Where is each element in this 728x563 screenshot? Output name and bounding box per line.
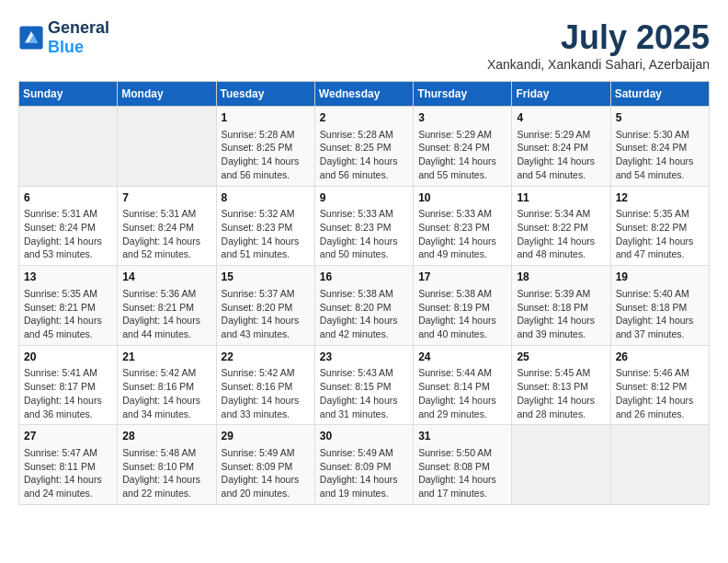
cell-details: Sunrise: 5:43 AMSunset: 8:15 PMDaylight:… — [320, 366, 408, 420]
sunrise-label: Sunrise: 5:40 AM — [616, 288, 689, 299]
sunset-label: Sunset: 8:18 PM — [616, 302, 688, 313]
daylight-label: Daylight: 14 hoursand 31 minutes. — [320, 395, 398, 419]
day-number: 4 — [517, 110, 605, 126]
day-number: 26 — [616, 350, 704, 365]
sunset-label: Sunset: 8:21 PM — [122, 302, 194, 313]
day-number: 14 — [122, 270, 210, 285]
sunrise-label: Sunrise: 5:33 AM — [418, 208, 492, 219]
day-number: 16 — [320, 270, 408, 285]
cell-details: Sunrise: 5:49 AMSunset: 8:09 PMDaylight:… — [320, 446, 408, 500]
sunset-label: Sunset: 8:24 PM — [418, 142, 490, 153]
cell-details: Sunrise: 5:31 AMSunset: 8:24 PMDaylight:… — [24, 207, 112, 261]
sunset-label: Sunset: 8:08 PM — [418, 461, 490, 472]
sunrise-label: Sunrise: 5:42 AM — [222, 367, 295, 378]
sunrise-label: Sunrise: 5:39 AM — [517, 288, 590, 299]
cell-details: Sunrise: 5:29 AMSunset: 8:24 PMDaylight:… — [418, 128, 506, 182]
daylight-label: Daylight: 14 hoursand 50 minutes. — [320, 236, 398, 260]
calendar-cell — [19, 107, 118, 187]
calendar-cell — [512, 425, 610, 505]
daylight-label: Daylight: 14 hoursand 44 minutes. — [122, 315, 200, 339]
daylight-label: Daylight: 14 hoursand 52 minutes. — [122, 236, 200, 260]
logo-text: General Blue — [48, 18, 109, 57]
logo-blue: Blue — [48, 38, 109, 57]
calendar-cell: 28Sunrise: 5:48 AMSunset: 8:10 PMDayligh… — [118, 425, 216, 505]
sunrise-label: Sunrise: 5:41 AM — [24, 367, 97, 378]
calendar-cell: 23Sunrise: 5:43 AMSunset: 8:15 PMDayligh… — [314, 345, 413, 425]
day-number: 5 — [616, 110, 704, 126]
sunrise-label: Sunrise: 5:38 AM — [320, 288, 393, 299]
logo-general: General — [48, 18, 109, 38]
cell-details: Sunrise: 5:35 AMSunset: 8:21 PMDaylight:… — [24, 287, 112, 341]
calendar-cell — [118, 107, 216, 187]
day-number: 30 — [320, 429, 408, 444]
calendar-week-3: 13Sunrise: 5:35 AMSunset: 8:21 PMDayligh… — [19, 266, 710, 346]
sunrise-label: Sunrise: 5:30 AM — [616, 129, 689, 140]
sunset-label: Sunset: 8:21 PM — [24, 302, 96, 313]
daylight-label: Daylight: 14 hoursand 17 minutes. — [418, 474, 496, 499]
sunset-label: Sunset: 8:24 PM — [24, 222, 96, 233]
day-number: 27 — [24, 429, 112, 444]
day-number: 10 — [418, 190, 506, 206]
sunrise-label: Sunrise: 5:33 AM — [320, 208, 393, 219]
daylight-label: Daylight: 14 hoursand 56 minutes. — [320, 155, 398, 180]
daylight-label: Daylight: 14 hoursand 47 minutes. — [616, 236, 694, 260]
col-header-friday: Friday — [512, 82, 610, 107]
day-number: 15 — [222, 270, 310, 285]
calendar-cell: 8Sunrise: 5:32 AMSunset: 8:23 PMDaylight… — [216, 186, 314, 266]
sunrise-label: Sunrise: 5:48 AM — [122, 447, 196, 458]
day-number: 13 — [24, 270, 112, 285]
sunset-label: Sunset: 8:09 PM — [320, 461, 392, 472]
sunset-label: Sunset: 8:22 PM — [517, 222, 588, 233]
daylight-label: Daylight: 14 hoursand 26 minutes. — [616, 395, 694, 419]
cell-details: Sunrise: 5:47 AMSunset: 8:11 PMDaylight:… — [24, 446, 112, 500]
calendar-cell: 26Sunrise: 5:46 AMSunset: 8:12 PMDayligh… — [610, 345, 709, 425]
calendar-cell: 9Sunrise: 5:33 AMSunset: 8:23 PMDaylight… — [314, 186, 413, 266]
day-number: 2 — [320, 110, 408, 126]
location: Xankandi, Xankandi Sahari, Azerbaijan — [487, 57, 710, 72]
sunset-label: Sunset: 8:24 PM — [517, 142, 588, 153]
title-block: July 2025 Xankandi, Xankandi Sahari, Aze… — [487, 18, 710, 72]
calendar-cell: 22Sunrise: 5:42 AMSunset: 8:16 PMDayligh… — [216, 345, 314, 425]
daylight-label: Daylight: 14 hoursand 42 minutes. — [320, 315, 398, 339]
calendar-week-2: 6Sunrise: 5:31 AMSunset: 8:24 PMDaylight… — [19, 186, 710, 266]
cell-details: Sunrise: 5:34 AMSunset: 8:22 PMDaylight:… — [517, 207, 605, 261]
sunset-label: Sunset: 8:13 PM — [517, 381, 588, 392]
sunrise-label: Sunrise: 5:34 AM — [517, 208, 590, 219]
day-number: 24 — [418, 350, 506, 365]
sunset-label: Sunset: 8:20 PM — [320, 302, 392, 313]
day-number: 12 — [616, 190, 704, 206]
cell-details: Sunrise: 5:32 AMSunset: 8:23 PMDaylight:… — [222, 207, 310, 261]
cell-details: Sunrise: 5:40 AMSunset: 8:18 PMDaylight:… — [616, 287, 704, 341]
logo-icon — [18, 25, 44, 51]
cell-details: Sunrise: 5:33 AMSunset: 8:23 PMDaylight:… — [320, 207, 408, 261]
cell-details: Sunrise: 5:30 AMSunset: 8:24 PMDaylight:… — [616, 128, 704, 182]
sunrise-label: Sunrise: 5:42 AM — [122, 367, 196, 378]
calendar-cell: 18Sunrise: 5:39 AMSunset: 8:18 PMDayligh… — [512, 266, 610, 346]
daylight-label: Daylight: 14 hoursand 22 minutes. — [122, 474, 200, 499]
day-number: 18 — [517, 270, 605, 285]
daylight-label: Daylight: 14 hoursand 51 minutes. — [222, 236, 300, 260]
daylight-label: Daylight: 14 hoursand 33 minutes. — [222, 395, 300, 419]
sunrise-label: Sunrise: 5:29 AM — [517, 129, 590, 140]
cell-details: Sunrise: 5:44 AMSunset: 8:14 PMDaylight:… — [418, 366, 506, 420]
calendar-cell: 24Sunrise: 5:44 AMSunset: 8:14 PMDayligh… — [414, 345, 512, 425]
sunset-label: Sunset: 8:24 PM — [616, 142, 688, 153]
cell-details: Sunrise: 5:37 AMSunset: 8:20 PMDaylight:… — [222, 287, 310, 341]
calendar-cell: 5Sunrise: 5:30 AMSunset: 8:24 PMDaylight… — [610, 107, 709, 187]
daylight-label: Daylight: 14 hoursand 48 minutes. — [517, 236, 595, 260]
day-number: 31 — [418, 429, 506, 444]
daylight-label: Daylight: 14 hoursand 29 minutes. — [418, 395, 496, 419]
cell-details: Sunrise: 5:48 AMSunset: 8:10 PMDaylight:… — [122, 446, 210, 500]
cell-details: Sunrise: 5:35 AMSunset: 8:22 PMDaylight:… — [616, 207, 704, 261]
sunrise-label: Sunrise: 5:37 AM — [222, 288, 295, 299]
calendar-cell: 11Sunrise: 5:34 AMSunset: 8:22 PMDayligh… — [512, 186, 610, 266]
daylight-label: Daylight: 14 hoursand 55 minutes. — [418, 155, 496, 180]
sunset-label: Sunset: 8:22 PM — [616, 222, 688, 233]
cell-details: Sunrise: 5:31 AMSunset: 8:24 PMDaylight:… — [122, 207, 210, 261]
daylight-label: Daylight: 14 hoursand 49 minutes. — [418, 236, 496, 260]
cell-details: Sunrise: 5:45 AMSunset: 8:13 PMDaylight:… — [517, 366, 605, 420]
sunrise-label: Sunrise: 5:29 AM — [418, 129, 492, 140]
calendar-table: SundayMondayTuesdayWednesdayThursdayFrid… — [18, 81, 710, 505]
day-number: 1 — [222, 110, 310, 126]
sunrise-label: Sunrise: 5:35 AM — [24, 288, 97, 299]
